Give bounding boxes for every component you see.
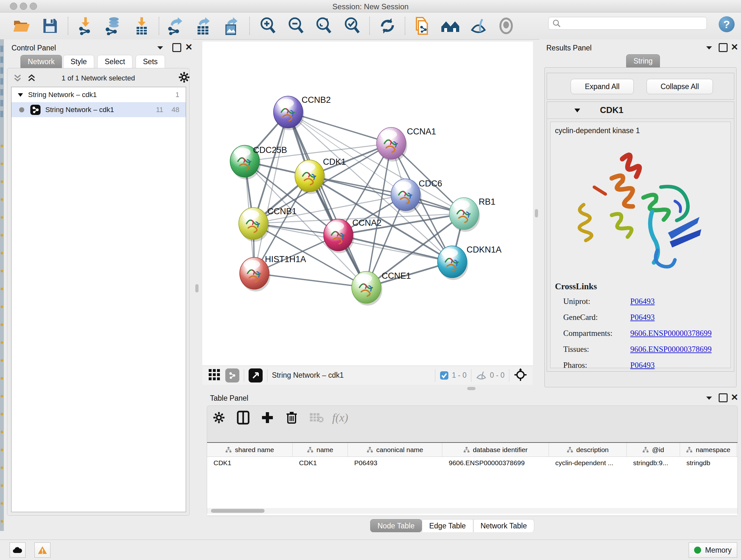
expand-all-button[interactable]: Expand All — [570, 79, 634, 94]
network-node-cdc25b[interactable]: CDC25B — [230, 145, 287, 179]
crosslink-value-link[interactable]: 9606.ENSP00000378699 — [630, 345, 712, 354]
hidden-elements-indicator[interactable]: 0 - 0 — [476, 371, 504, 380]
open-in-string-button[interactable] — [249, 368, 263, 382]
import-network-button[interactable] — [76, 15, 97, 37]
tab-network[interactable]: Network — [20, 55, 62, 68]
tab-style[interactable]: Style — [63, 55, 94, 68]
hide-unhide-button[interactable] — [468, 15, 489, 37]
table-panel-maximize-button[interactable] — [719, 393, 728, 402]
table-cell[interactable]: P06493 — [348, 457, 442, 469]
network-edge-ccne1-hist1h1a[interactable] — [254, 273, 366, 287]
left-splitter-handle[interactable] — [195, 284, 199, 293]
column-header-shared-name[interactable]: shared name — [207, 443, 293, 456]
column-header--id[interactable]: @id — [627, 443, 680, 456]
network-node-ccna1[interactable]: CCNA1 — [377, 127, 436, 162]
selected-nodes-checkbox[interactable]: 1 - 0 — [440, 371, 467, 380]
export-table-button[interactable] — [193, 15, 214, 37]
create-column-button[interactable] — [258, 408, 277, 427]
table-cell[interactable]: CDK1 — [207, 457, 293, 469]
table-cell[interactable]: stringdb:9... — [627, 457, 680, 469]
gene-description: cyclin-dependent kinase 1 — [555, 126, 640, 135]
collapse-all-button[interactable]: Collapse All — [647, 79, 713, 94]
zoom-out-button[interactable] — [285, 15, 306, 37]
zoom-fit-button[interactable] — [313, 15, 334, 37]
crosslink-value-link[interactable]: P06493 — [630, 313, 655, 322]
control-panel-close-button[interactable]: ✕ — [185, 42, 192, 52]
tab-network-table[interactable]: Network Table — [473, 519, 534, 532]
refresh-button[interactable] — [377, 15, 398, 37]
column-header-description[interactable]: description — [549, 443, 627, 456]
network-node-cdc6[interactable]: CDC6 — [391, 179, 442, 213]
crosslink-value-link[interactable]: P06493 — [630, 361, 655, 370]
import-table-button[interactable] — [131, 15, 152, 37]
results-panel-float-button[interactable] — [705, 45, 713, 52]
import-network-from-database-button[interactable] — [103, 15, 124, 37]
table-panel-float-button[interactable] — [705, 395, 713, 402]
table-cell[interactable]: 9606.ENSP00000378699 — [442, 457, 549, 469]
control-panel-float-button[interactable] — [156, 45, 164, 52]
zoom-selected-button[interactable] — [341, 15, 362, 37]
network-collection-row[interactable]: String Network – cdk1 1 — [11, 87, 186, 102]
network-node-cdkn1a[interactable]: CDKN1A — [437, 245, 502, 280]
export-image-button[interactable] — [220, 15, 242, 37]
show-grid-button[interactable] — [208, 368, 221, 382]
table-panel-close-button[interactable]: ✕ — [731, 392, 738, 402]
crosslink-value-link[interactable]: P06493 — [630, 297, 655, 306]
column-header-namespace[interactable]: namespace — [680, 443, 737, 456]
network-node-ccnb1[interactable]: CCNB1 — [239, 206, 297, 242]
table-options-button[interactable] — [210, 408, 228, 427]
apply-function-button[interactable]: f(x) — [331, 408, 349, 427]
highlight-button[interactable] — [495, 15, 517, 37]
table-cell[interactable]: CDK1 — [293, 457, 348, 469]
cloud-status-button[interactable] — [10, 543, 25, 558]
table-cell[interactable]: cyclin-dependent ... — [549, 457, 627, 469]
network-canvas[interactable]: CCNB2CCNA1CDC25BCDK1CDC6RB1CCNB1CCNA2CDK… — [202, 42, 533, 366]
help-button[interactable]: ? — [719, 16, 735, 32]
bottom-splitter-handle[interactable] — [467, 387, 475, 390]
crosslink-value-link[interactable]: 9606.ENSP00000378699 — [630, 329, 712, 338]
string-network-icon — [30, 105, 41, 115]
show-home-button[interactable] — [440, 15, 461, 37]
network-row[interactable]: String Network – cdk1 11 48 — [11, 102, 186, 117]
table-cell[interactable]: stringdb — [680, 457, 737, 469]
network-edge-ccnb2-hist1h1a[interactable] — [254, 112, 288, 273]
expand-all-networks-button[interactable] — [27, 74, 36, 84]
search-input[interactable] — [563, 18, 702, 28]
delete-columns-button[interactable] — [282, 408, 301, 427]
string-style-button[interactable] — [225, 368, 239, 382]
column-header-name[interactable]: name — [293, 443, 348, 456]
column-header-canonical-name[interactable]: canonical name — [348, 443, 442, 456]
export-network-button[interactable] — [165, 15, 186, 37]
network-node-hist1h1a[interactable]: HIST1H1A — [240, 254, 306, 292]
show-columns-button[interactable] — [234, 408, 253, 427]
control-panel-maximize-button[interactable] — [172, 43, 181, 52]
tab-edge-table[interactable]: Edge Table — [422, 519, 473, 532]
results-panel-close-button[interactable]: ✕ — [731, 42, 738, 52]
tab-sets[interactable]: Sets — [136, 55, 165, 68]
tab-string-results[interactable]: String — [626, 54, 660, 67]
memory-button[interactable]: Memory — [689, 543, 737, 558]
zoom-in-button[interactable] — [257, 15, 278, 37]
fit-selected-button[interactable] — [514, 368, 527, 383]
tab-select[interactable]: Select — [97, 55, 132, 68]
table-row[interactable]: CDK1CDK1P064939606.ENSP00000378699cyclin… — [207, 457, 738, 469]
gene-card-header[interactable]: CDK1 — [547, 102, 734, 119]
column-header-database-identifier[interactable]: database identifier — [442, 443, 549, 456]
network-node-cdk1[interactable]: CDK1 — [295, 157, 346, 194]
table-hscrollbar-thumb[interactable] — [211, 509, 265, 513]
network-options-button[interactable] — [179, 71, 190, 84]
table-hscrollbar-track[interactable] — [207, 508, 738, 514]
delete-table-button[interactable] — [307, 408, 326, 427]
share-icon — [228, 371, 237, 380]
save-session-button[interactable] — [40, 15, 61, 37]
network-edge-ccna2-cdkn1a[interactable] — [338, 235, 452, 262]
duplicate-network-button[interactable] — [411, 15, 432, 37]
results-panel-maximize-button[interactable] — [719, 43, 728, 52]
warnings-button[interactable] — [35, 543, 51, 558]
right-splitter-handle[interactable] — [535, 209, 538, 217]
external-link-arrow-icon — [252, 372, 259, 379]
tab-node-table[interactable]: Node Table — [370, 519, 422, 532]
network-node-rb1[interactable]: RB1 — [449, 197, 495, 232]
open-session-button[interactable] — [11, 15, 32, 37]
collapse-all-networks-button[interactable] — [13, 74, 22, 84]
